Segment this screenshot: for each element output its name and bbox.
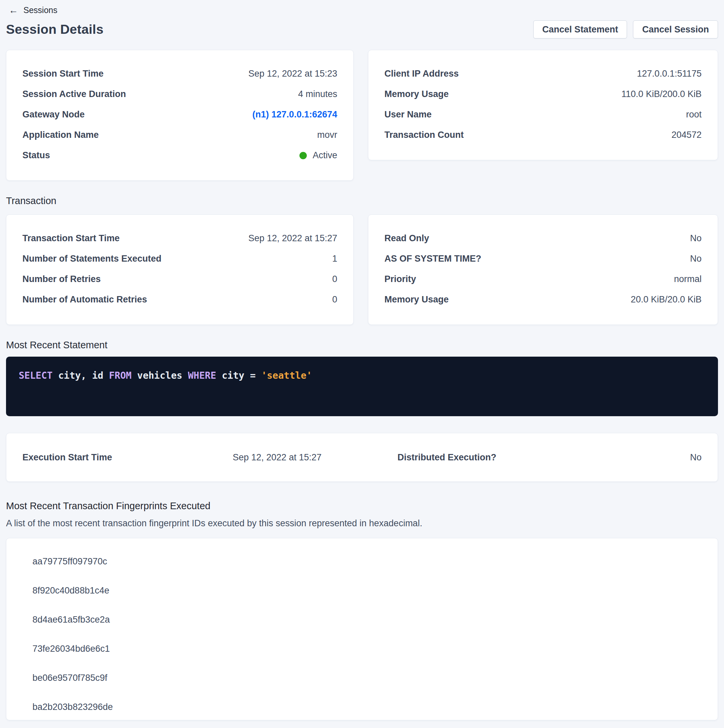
fingerprints-description: A list of the most recent transaction fi…	[6, 518, 718, 529]
fingerprint-list-item: be06e9570f785c9f	[32, 664, 702, 693]
info-value: 1	[332, 254, 337, 264]
info-value: 0	[332, 274, 337, 284]
gateway-node-link[interactable]: (n1) 127.0.0.1:62674	[252, 109, 337, 120]
info-label: Number of Statements Executed	[22, 254, 162, 264]
info-row-retries: Number of Retries 0	[22, 269, 337, 289]
fingerprint-list-item: ba2b203b823296de	[32, 693, 702, 722]
info-label: Memory Usage	[384, 89, 448, 99]
sql-identifiers: city =	[216, 370, 261, 381]
sql-keyword: SELECT	[19, 370, 52, 381]
info-label: User Name	[384, 109, 432, 120]
fingerprint-list-item: 73fe26034bd6e6c1	[32, 634, 702, 664]
info-row-gateway-node: Gateway Node (n1) 127.0.0.1:62674	[22, 104, 337, 125]
info-value: Sep 12, 2022 at 15:23	[248, 69, 337, 79]
info-value: normal	[674, 274, 702, 284]
sql-statement-text: SELECT city, id FROM vehicles WHERE city…	[19, 370, 312, 381]
fingerprint-list-item: aa79775ff097970c	[32, 547, 702, 576]
title-row: Session Details Cancel Statement Cancel …	[6, 20, 718, 38]
info-value: Sep 12, 2022 at 15:27	[248, 233, 337, 243]
sql-statement-box: SELECT city, id FROM vehicles WHERE city…	[6, 356, 718, 416]
info-value: movr	[317, 130, 337, 140]
info-row-txn-start-time: Transaction Start Time Sep 12, 2022 at 1…	[22, 228, 337, 249]
info-value: No	[690, 254, 702, 264]
sql-keyword: FROM	[109, 370, 132, 381]
info-row-transaction-count: Transaction Count 204572	[384, 125, 702, 145]
info-value: 110.0 KiB/200.0 KiB	[621, 89, 702, 99]
info-row-application-name: Application Name movr	[22, 125, 337, 145]
info-label: AS OF SYSTEM TIME?	[384, 254, 481, 264]
info-value: 127.0.0.1:51175	[637, 69, 702, 79]
breadcrumb-back-sessions[interactable]: ← Sessions	[6, 3, 57, 15]
info-row-read-only: Read Only No	[384, 228, 702, 249]
info-value: 4 minutes	[298, 89, 337, 99]
execution-start-time-value: Sep 12, 2022 at 15:27	[233, 452, 321, 463]
transaction-right-card: Read Only No AS OF SYSTEM TIME? No Prior…	[368, 214, 718, 325]
sql-string-literal: 'seattle'	[261, 370, 312, 381]
status-value: Active	[312, 150, 337, 161]
cancel-session-button[interactable]: Cancel Session	[633, 20, 718, 38]
info-row-automatic-retries: Number of Automatic Retries 0	[22, 289, 337, 310]
info-row-status: Status Active	[22, 145, 337, 165]
page-actions: Cancel Statement Cancel Session	[533, 20, 718, 38]
info-label: Session Start Time	[22, 69, 104, 79]
fingerprints-section-heading: Most Recent Transaction Fingerprints Exe…	[6, 500, 718, 512]
info-label: Transaction Count	[384, 130, 464, 140]
statement-section-heading: Most Recent Statement	[6, 340, 718, 350]
info-label: Read Only	[384, 233, 429, 243]
info-label: Application Name	[22, 130, 99, 140]
page-title: Session Details	[6, 22, 103, 37]
breadcrumb-label: Sessions	[23, 5, 57, 15]
info-value: root	[686, 109, 702, 120]
info-label: Transaction Start Time	[22, 233, 120, 243]
client-info-card: Client IP Address 127.0.0.1:51175 Memory…	[368, 50, 718, 160]
info-label: Number of Retries	[22, 274, 101, 284]
info-row-priority: Priority normal	[384, 269, 702, 289]
info-value: 204572	[672, 130, 702, 140]
info-label: Number of Automatic Retries	[22, 294, 147, 305]
info-row-user-name: User Name root	[384, 104, 702, 125]
fingerprint-list-item: 8f920c40d88b1c4e	[32, 576, 702, 605]
info-label: Priority	[384, 274, 416, 284]
info-label: Status	[22, 150, 50, 161]
cancel-statement-button[interactable]: Cancel Statement	[533, 20, 627, 38]
info-row-txn-memory-usage: Memory Usage 20.0 KiB/20.0 KiB	[384, 289, 702, 310]
session-info-card: Session Start Time Sep 12, 2022 at 15:23…	[6, 50, 354, 180]
transaction-section-heading: Transaction	[6, 196, 718, 206]
info-label: Memory Usage	[384, 294, 448, 305]
transaction-info-row: Transaction Start Time Sep 12, 2022 at 1…	[6, 214, 718, 325]
fingerprints-card: aa79775ff097970c 8f920c40d88b1c4e 8d4ae6…	[6, 538, 718, 720]
sql-identifiers: vehicles	[132, 370, 188, 381]
session-info-row: Session Start Time Sep 12, 2022 at 15:23…	[6, 50, 718, 180]
info-label: Session Active Duration	[22, 89, 126, 99]
status-badge: Active	[299, 150, 337, 161]
transaction-left-card: Transaction Start Time Sep 12, 2022 at 1…	[6, 214, 354, 325]
info-value: 20.0 KiB/20.0 KiB	[631, 294, 702, 305]
info-value: 0	[332, 294, 337, 305]
distributed-execution-label: Distributed Execution?	[398, 452, 496, 463]
sql-keyword: WHERE	[188, 370, 216, 381]
info-row-as-of-system-time: AS OF SYSTEM TIME? No	[384, 249, 702, 269]
info-label: Client IP Address	[384, 69, 459, 79]
distributed-execution-value: No	[690, 452, 702, 463]
info-row-client-ip: Client IP Address 127.0.0.1:51175	[384, 64, 702, 84]
status-active-dot-icon	[299, 152, 307, 159]
execution-start-time-label: Execution Start Time	[22, 452, 112, 463]
sql-identifiers: city, id	[52, 370, 109, 381]
execution-info-card: Execution Start Time Sep 12, 2022 at 15:…	[6, 433, 718, 482]
info-value: No	[690, 233, 702, 243]
info-row-session-active-duration: Session Active Duration 4 minutes	[22, 84, 337, 104]
fingerprint-list-item: 8d4ae61a5fb3ce2a	[32, 605, 702, 634]
info-row-statements-executed: Number of Statements Executed 1	[22, 249, 337, 269]
info-label: Gateway Node	[22, 109, 85, 120]
info-row-memory-usage: Memory Usage 110.0 KiB/200.0 KiB	[384, 84, 702, 104]
session-details-page: ← Sessions Session Details Cancel Statem…	[0, 0, 724, 728]
info-row-session-start-time: Session Start Time Sep 12, 2022 at 15:23	[22, 64, 337, 84]
back-arrow-icon: ←	[9, 6, 18, 15]
